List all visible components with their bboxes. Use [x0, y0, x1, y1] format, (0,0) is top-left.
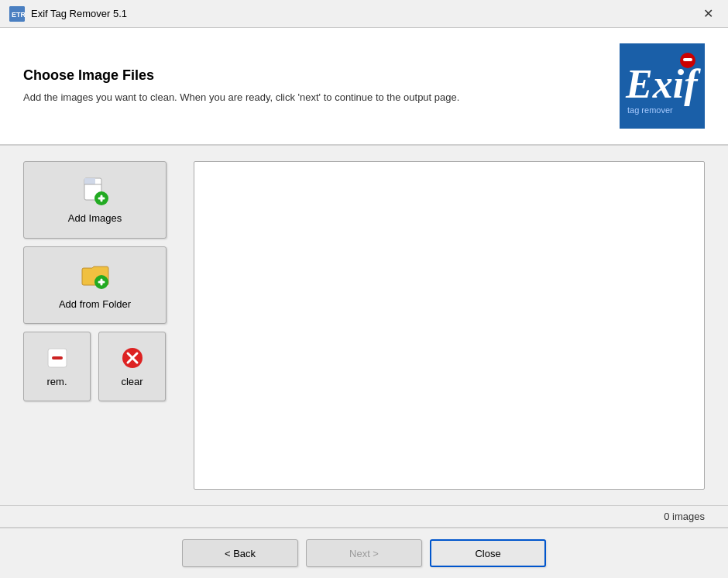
window-title: Exif Tag Remover 5.1 [31, 8, 697, 19]
back-button[interactable]: < Back [182, 539, 298, 567]
left-panel: Add Images Add from Folder [23, 161, 178, 490]
header-text: Choose Image Files Add the images you wa… [23, 67, 459, 105]
add-from-folder-button[interactable]: Add from Folder [23, 246, 167, 324]
footer: < Back Next > Close [0, 527, 728, 578]
svg-text:ETR: ETR [12, 11, 25, 19]
next-button[interactable]: Next > [306, 539, 422, 567]
small-buttons-row: rem. clear [23, 332, 178, 401]
svg-rect-15 [100, 279, 102, 286]
remove-label: rem. [47, 376, 67, 387]
remove-icon [45, 346, 70, 373]
svg-rect-17 [52, 356, 63, 360]
svg-text:tag remover: tag remover [627, 105, 673, 115]
clear-label: clear [121, 376, 143, 387]
app-icon: ETR [9, 6, 25, 22]
file-list-area [194, 161, 705, 490]
status-bar: 0 images [0, 505, 728, 527]
page-description: Add the images you want to clean. When y… [23, 90, 459, 105]
image-count: 0 images [664, 511, 705, 522]
add-folder-icon [80, 260, 111, 294]
svg-rect-8 [84, 178, 95, 184]
svg-text:Exif: Exif [625, 62, 701, 106]
remove-button[interactable]: rem. [23, 332, 91, 401]
clear-button[interactable]: clear [98, 332, 166, 401]
title-bar: ETR Exif Tag Remover 5.1 ✕ [0, 0, 728, 28]
clear-icon [120, 346, 145, 373]
add-from-folder-label: Add from Folder [59, 298, 131, 310]
close-button[interactable]: Close [430, 539, 546, 567]
main-content: Add Images Add from Folder [0, 146, 728, 505]
app-logo: Exif tag remover [620, 43, 705, 129]
add-images-icon [80, 177, 111, 208]
add-images-button[interactable]: Add Images [23, 161, 167, 239]
svg-rect-5 [683, 58, 692, 61]
svg-rect-12 [100, 194, 102, 201]
page-heading: Choose Image Files [23, 67, 459, 84]
close-window-button[interactable]: ✕ [697, 5, 719, 23]
add-images-label: Add Images [68, 212, 122, 224]
header-section: Choose Image Files Add the images you wa… [0, 28, 728, 146]
